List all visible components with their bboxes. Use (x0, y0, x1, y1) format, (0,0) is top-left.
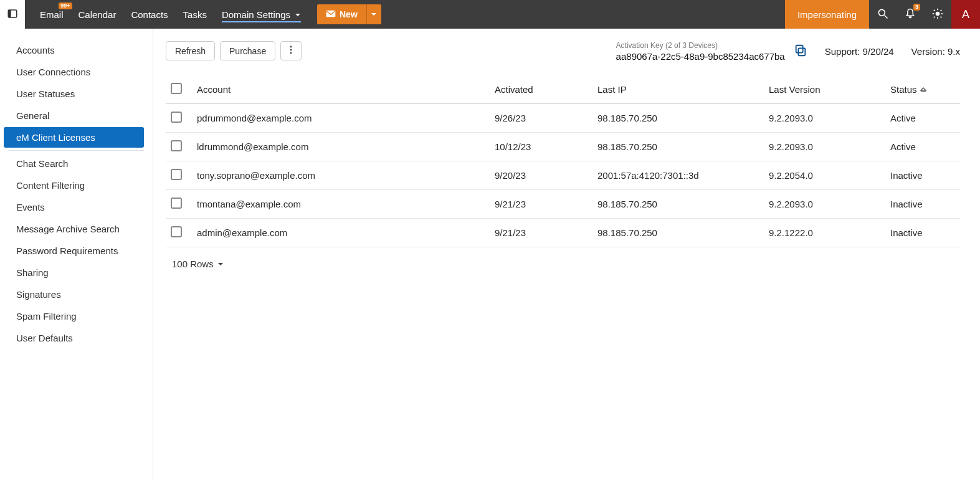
sidebar-item-content-filtering[interactable]: Content Filtering (4, 175, 144, 196)
sidebar-item-label: User Defaults (16, 333, 73, 343)
new-button-dropdown[interactable] (366, 4, 381, 24)
svg-line-11 (941, 16, 942, 17)
sidebar-item-em-client-licenses[interactable]: eM Client Licenses (4, 127, 144, 148)
purchase-button[interactable]: Purchase (220, 41, 275, 60)
nav-item-label: Contacts (131, 9, 168, 20)
header-lastip-label: Last IP (597, 84, 627, 95)
sidebar-item-label: Chat Search (16, 158, 68, 169)
cell-lastversion: 9.2.2054.0 (764, 161, 885, 190)
rows-per-page-selector[interactable]: 100 Rows (166, 259, 224, 269)
notifications-button[interactable]: 3 (897, 0, 924, 29)
sidebar-item-label: General (16, 110, 49, 121)
nav-item-domain-settings[interactable]: Domain Settings (222, 0, 301, 29)
cell-lastip: 98.185.70.250 (592, 219, 764, 247)
header-account[interactable]: Account (192, 75, 490, 104)
sidebar-item-general[interactable]: General (4, 105, 144, 126)
activation-text: Activation Key (2 of 3 Devices) aa89067a… (616, 41, 785, 62)
mail-icon (326, 9, 336, 19)
cell-lastip: 98.185.70.250 (592, 133, 764, 161)
row-checkbox[interactable] (171, 169, 182, 180)
table-row[interactable]: tmontana@example.com9/21/2398.185.70.250… (166, 190, 960, 219)
table-row[interactable]: pdrummond@example.com9/26/2398.185.70.25… (166, 104, 960, 133)
copy-button[interactable] (794, 44, 807, 59)
nav-item-label: Domain Settings (222, 9, 290, 20)
chevron-down-icon (295, 9, 301, 20)
cell-activated: 9/20/23 (490, 161, 592, 190)
header-status[interactable]: Status (885, 75, 960, 104)
avatar-initial: A (962, 8, 969, 21)
cell-account: tony.soprano@example.com (192, 161, 490, 190)
sidebar-item-label: Sharing (16, 267, 49, 278)
kebab-icon (287, 45, 295, 56)
activation-block: Activation Key (2 of 3 Devices) aa89067a… (616, 41, 807, 62)
sidebar-item-user-statuses[interactable]: User Statuses (4, 83, 144, 104)
sun-icon (931, 7, 944, 22)
sidebar-item-user-defaults[interactable]: User Defaults (4, 328, 144, 348)
table-row[interactable]: admin@example.com9/21/2398.185.70.2509.2… (166, 219, 960, 247)
svg-point-3 (878, 9, 885, 16)
row-checkbox[interactable] (171, 112, 182, 123)
sidebar-item-spam-filtering[interactable]: Spam Filtering (4, 306, 144, 326)
nav-item-email[interactable]: Email99+ (40, 0, 64, 29)
cell-activated: 9/21/23 (490, 190, 592, 219)
sidebar-item-label: Spam Filtering (16, 311, 77, 321)
sidebar-item-label: Signatures (16, 289, 61, 300)
nav-item-label: Calendar (78, 9, 117, 20)
sidebar-toggle-button[interactable] (0, 0, 25, 29)
search-icon (877, 7, 889, 22)
sidebar-item-label: User Connections (16, 67, 90, 77)
table-header-row: Account Activated Last IP Last Version S… (166, 75, 960, 104)
row-checkbox[interactable] (171, 198, 182, 209)
sidebar-item-chat-search[interactable]: Chat Search (4, 153, 144, 174)
nav-item-contacts[interactable]: Contacts (131, 0, 168, 29)
cell-lastversion: 9.2.2093.0 (764, 133, 885, 161)
sidebar: AccountsUser ConnectionsUser StatusesGen… (0, 29, 153, 481)
nav-item-tasks[interactable]: Tasks (183, 0, 207, 29)
new-button-label: New (340, 9, 358, 19)
table-row[interactable]: tony.soprano@example.com9/20/232001:57a:… (166, 161, 960, 190)
avatar[interactable]: A (951, 0, 980, 29)
svg-rect-2 (326, 11, 336, 17)
cell-status: Active (885, 133, 960, 161)
sidebar-item-password-requirements[interactable]: Password Requirements (4, 240, 144, 261)
svg-line-10 (934, 9, 935, 11)
row-checkbox-cell (166, 104, 192, 133)
sidebar-item-label: Events (16, 202, 45, 212)
nav-item-label: Email (40, 9, 64, 20)
sidebar-item-events[interactable]: Events (4, 197, 144, 217)
sidebar-item-accounts[interactable]: Accounts (4, 40, 144, 60)
select-all-checkbox[interactable] (171, 83, 182, 94)
cell-lastip: 2001:57a:4120:7301::3d (592, 161, 764, 190)
header-lastip[interactable]: Last IP (592, 75, 764, 104)
nav-item-calendar[interactable]: Calendar (78, 0, 117, 29)
refresh-button[interactable]: Refresh (166, 41, 215, 60)
header-activated[interactable]: Activated (490, 75, 592, 104)
sidebar-item-user-connections[interactable]: User Connections (4, 62, 144, 82)
svg-point-16 (290, 52, 292, 54)
svg-point-5 (936, 11, 940, 16)
svg-line-12 (934, 16, 935, 17)
chevron-down-icon (371, 10, 377, 19)
sidebar-item-message-archive-search[interactable]: Message Archive Search (4, 219, 144, 239)
row-checkbox-cell (166, 190, 192, 219)
row-checkbox-cell (166, 161, 192, 190)
new-button[interactable]: New (317, 4, 366, 24)
cell-lastversion: 9.2.2093.0 (764, 104, 885, 133)
impersonating-button[interactable]: Impersonating (785, 0, 869, 29)
sidebar-item-label: Accounts (16, 45, 55, 55)
row-checkbox[interactable] (171, 226, 182, 237)
cell-account: ldrummond@example.com (192, 133, 490, 161)
row-checkbox[interactable] (171, 140, 182, 151)
cell-account: tmontana@example.com (192, 190, 490, 219)
sidebar-item-signatures[interactable]: Signatures (4, 284, 144, 305)
sidebar-item-sharing[interactable]: Sharing (4, 262, 144, 283)
header-activated-label: Activated (495, 84, 533, 95)
header-account-label: Account (197, 84, 231, 95)
more-actions-button[interactable] (280, 41, 302, 60)
theme-button[interactable] (924, 0, 951, 29)
cell-account: pdrummond@example.com (192, 104, 490, 133)
cell-status: Inactive (885, 161, 960, 190)
search-button[interactable] (869, 0, 897, 29)
table-row[interactable]: ldrummond@example.com10/12/2398.185.70.2… (166, 133, 960, 161)
header-lastversion[interactable]: Last Version (764, 75, 885, 104)
